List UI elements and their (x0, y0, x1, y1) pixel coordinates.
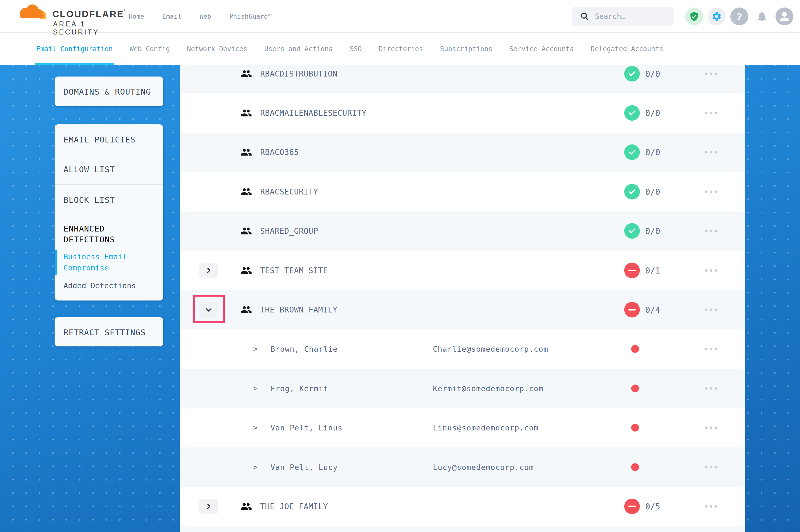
row-menu-button[interactable] (702, 70, 720, 78)
sidebar-card-domains-routing[interactable]: DOMAINS & ROUTING (55, 77, 163, 106)
divider (55, 184, 163, 185)
bell-icon (756, 11, 768, 22)
topnav-link-phishguard[interactable]: PhishGuard™ (229, 13, 272, 20)
row-menu-button[interactable] (702, 188, 720, 196)
group-people-icon (240, 146, 252, 158)
business-email-compromise-link[interactable]: Business Email Compromise (63, 251, 127, 273)
table-row-group[interactable]: THE JOE FAMILY0/5 (180, 487, 745, 526)
group-people-icon (240, 225, 252, 237)
secondary-nav: Email ConfigurationWeb ConfigNetwork Dev… (0, 33, 800, 65)
tab-directories[interactable]: Directories (379, 33, 423, 65)
search-input[interactable] (595, 12, 665, 21)
member-count: 0/0 (645, 187, 660, 196)
tab-users-and-actions[interactable]: Users and Actions (264, 33, 333, 65)
topnav-link-email[interactable]: Email (162, 13, 181, 20)
divider (55, 154, 163, 154)
email-policies-link[interactable]: EMAIL POLICIES (63, 135, 135, 145)
member-email: Linus@somedemocorp.com (433, 423, 539, 432)
table-row-group[interactable]: RBACO3650/0 (180, 133, 745, 172)
member-name: Brown, Charlie (271, 345, 338, 354)
row-menu-button[interactable] (702, 306, 720, 314)
gear-icon (711, 11, 722, 22)
row-menu-button[interactable] (702, 502, 720, 510)
active-item-accent-bar (55, 250, 57, 275)
table-row-member[interactable]: >Van Pelt, LinusLinus@somedemocorp.com (180, 408, 745, 448)
settings-button[interactable] (708, 7, 726, 25)
row-menu-button[interactable] (702, 227, 720, 235)
member-count: 0/0 (645, 148, 660, 157)
group-name: RBACSECURITY (260, 187, 318, 196)
group-table: RBACDISTRUBUTION0/0RBACMAILENABLESECURIT… (180, 54, 745, 532)
app-root: RBACDISTRUBUTION0/0RBACMAILENABLESECURIT… (0, 0, 800, 532)
group-name: THE JOE FAMILY (260, 502, 328, 511)
domains-routing-link[interactable]: DOMAINS & ROUTING (63, 87, 151, 97)
top-bar: CLOUDFLARE’ AREA 1 SECURITY HomeEmailWeb… (0, 0, 800, 33)
expand-group-button[interactable] (199, 263, 218, 278)
brand-subname: AREA 1 SECURITY (53, 20, 117, 36)
help-button[interactable]: ? (730, 7, 748, 25)
cloudflare-logo: CLOUDFLARE’ AREA 1 SECURITY (17, 3, 117, 31)
tab-web-config[interactable]: Web Config (130, 33, 170, 65)
shield-check-icon (689, 12, 699, 21)
chevron-down-icon (205, 306, 212, 313)
expand-group-button[interactable] (199, 499, 218, 514)
top-icons: ? (685, 7, 793, 25)
status-dot (631, 463, 639, 471)
status-dot (631, 345, 639, 353)
row-menu-button[interactable] (702, 148, 720, 156)
group-name: RBACO365 (260, 148, 299, 157)
table-row-member[interactable]: >Brown, CharlieCharlie@somedemocorp.com (180, 329, 745, 369)
row-menu-button[interactable] (702, 463, 720, 471)
check-icon (628, 70, 636, 78)
group-people-icon (240, 186, 252, 197)
tab-delegated-accounts[interactable]: Delegated Accounts (591, 33, 663, 65)
topnav-link-web[interactable]: Web (200, 13, 212, 20)
table-row-group[interactable]: RBACSECURITY0/0 (180, 172, 745, 211)
status-ok-badge (624, 145, 640, 160)
retract-settings-link[interactable]: RETRACT SETTINGS (63, 328, 146, 337)
added-detections-link[interactable]: Added Detections (63, 281, 136, 290)
minus-icon (629, 506, 636, 507)
chevron-right-icon (205, 503, 212, 510)
sidebar-card-retract-settings[interactable]: RETRACT SETTINGS (55, 317, 163, 346)
member-count: 0/4 (645, 305, 660, 315)
table-row-group[interactable]: SHARED_GROUP0/0 (180, 211, 745, 251)
block-list-link[interactable]: BLOCK LIST (63, 195, 115, 205)
user-account-button[interactable] (776, 7, 793, 25)
tab-sso[interactable]: SSO (350, 33, 362, 65)
member-chevron-icon[interactable]: > (253, 345, 258, 353)
table-row-group[interactable]: RBACMAILENABLESECURITY0/0 (180, 93, 745, 132)
minus-icon (629, 309, 636, 310)
table-row-group[interactable]: THE BROWN FAMILY0/4 (180, 290, 745, 329)
divider (55, 214, 163, 214)
row-menu-button[interactable] (702, 384, 720, 392)
member-chevron-icon[interactable]: > (253, 463, 258, 471)
notifications-button[interactable] (753, 7, 771, 25)
row-menu-button[interactable] (702, 109, 720, 117)
status-blocked-badge (624, 263, 640, 278)
collapse-group-button[interactable] (199, 302, 218, 318)
table-row-member[interactable]: >Frog, KermitKermit@somedemocorp.com (180, 369, 745, 408)
user-avatar-icon (776, 7, 793, 25)
tab-subscriptions[interactable]: Subscriptions (440, 33, 492, 65)
security-shield-button[interactable] (685, 7, 703, 25)
tab-service-accounts[interactable]: Service Accounts (509, 33, 574, 65)
allow-list-link[interactable]: ALLOW LIST (63, 165, 115, 174)
row-menu-button[interactable] (702, 424, 720, 432)
table-row-member[interactable]: >Van Pelt, LucyLucy@somedemocorp.com (180, 448, 745, 487)
tab-email-configuration[interactable]: Email Configuration (36, 33, 113, 65)
tab-network-devices[interactable]: Network Devices (187, 33, 247, 65)
member-chevron-icon[interactable]: > (253, 384, 258, 393)
group-name: THE BROWN FAMILY (260, 305, 338, 315)
status-ok-badge (624, 223, 640, 239)
member-name: Van Pelt, Linus (271, 423, 343, 432)
topnav-link-home[interactable]: Home (129, 13, 144, 20)
member-chevron-icon[interactable]: > (253, 423, 258, 432)
table-row-group[interactable]: TEST TEAM SITE0/1 (180, 251, 745, 290)
member-email: Kermit@somedemocorp.com (433, 384, 543, 393)
search-box[interactable] (571, 7, 674, 25)
row-menu-button[interactable] (702, 345, 720, 353)
member-count: 0/5 (645, 501, 660, 511)
row-menu-button[interactable] (702, 266, 720, 274)
check-icon (628, 188, 636, 196)
